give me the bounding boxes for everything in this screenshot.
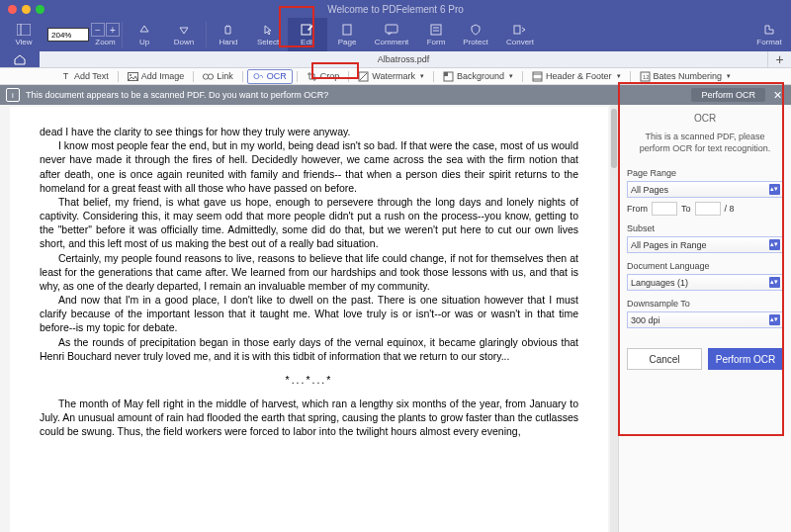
body-text: And now that I'm in a good place, I don'… xyxy=(40,293,578,335)
svg-point-10 xyxy=(130,74,132,76)
select-tool-button[interactable]: Select xyxy=(248,18,288,51)
svg-rect-18 xyxy=(533,72,542,81)
cursor-icon xyxy=(260,23,276,37)
header-footer-button[interactable]: Header & Footer▾ xyxy=(527,70,626,83)
watermark-button[interactable]: Watermark▾ xyxy=(353,70,429,83)
crop-button[interactable]: Crop xyxy=(302,70,345,83)
downsample-label: Downsample To xyxy=(627,299,783,309)
hand-tool-button[interactable]: Hand xyxy=(209,18,248,51)
pdf-page: dead I have the clarity to see things fo… xyxy=(10,107,608,532)
page-icon xyxy=(339,23,355,37)
ocr-banner-message: This document appears to be a scanned PD… xyxy=(26,90,328,100)
format-tool-button[interactable]: Format xyxy=(751,18,787,51)
text-icon: T xyxy=(60,71,71,82)
ocr-button[interactable]: OCR xyxy=(247,69,293,84)
bates-numbering-button[interactable]: 12Bates Numbering▾ xyxy=(635,70,737,83)
chevron-down-icon: ▴▾ xyxy=(770,315,778,322)
crop-icon xyxy=(307,71,317,82)
svg-rect-12 xyxy=(209,74,214,79)
from-page-input[interactable] xyxy=(652,202,677,216)
body-text: I know most people fear the end, but in … xyxy=(40,138,578,195)
convert-icon xyxy=(512,23,528,37)
total-pages: / 8 xyxy=(725,204,735,214)
perform-ocr-button[interactable]: Perform OCR xyxy=(708,348,783,370)
zoom-value[interactable]: 204% xyxy=(47,28,89,42)
hand-icon xyxy=(220,23,236,37)
home-tab-button[interactable] xyxy=(0,51,40,67)
document-viewport[interactable]: dead I have the clarity to see things fo… xyxy=(0,105,618,532)
body-text: As the rounds of precipitation began in … xyxy=(40,335,578,363)
vertical-scrollbar[interactable] xyxy=(610,105,618,532)
panel-hint: This is a scanned PDF, please perform OC… xyxy=(627,132,783,154)
page-tool-button[interactable]: Page xyxy=(327,18,367,51)
down-arrow-icon xyxy=(176,23,192,37)
background-button[interactable]: Background▾ xyxy=(438,70,518,83)
comment-tool-button[interactable]: Comment xyxy=(367,18,416,51)
view-button[interactable]: View xyxy=(4,18,44,51)
to-label: To xyxy=(681,204,691,214)
page-range-label: Page Range xyxy=(627,168,783,178)
from-label: From xyxy=(627,204,648,214)
page-up-button[interactable]: Up xyxy=(125,18,164,51)
info-icon: i xyxy=(6,88,20,102)
page-down-button[interactable]: Down xyxy=(164,18,204,51)
document-tab[interactable]: Albatross.pdf xyxy=(40,51,767,67)
svg-point-13 xyxy=(254,73,259,78)
shield-icon xyxy=(468,23,483,37)
svg-rect-0 xyxy=(17,24,31,36)
svg-line-15 xyxy=(360,73,367,80)
edit-tool-button[interactable]: Edit xyxy=(288,18,327,51)
zoom-in-button[interactable]: + xyxy=(106,23,120,37)
downsample-select[interactable]: 300 dpi▴▾ xyxy=(627,311,783,328)
body-text: That belief, my friend, is what gave us … xyxy=(40,195,578,251)
tab-strip: Albatross.pdf + xyxy=(0,51,791,68)
main-toolbar: View 204% − + Zoom Up Down Hand Select E… xyxy=(0,18,791,51)
ocr-side-panel: OCR This is a scanned PDF, please perfor… xyxy=(618,105,791,532)
subset-select[interactable]: All Pages in Range▴▾ xyxy=(627,236,783,253)
chevron-down-icon: ▾ xyxy=(617,72,621,80)
window-title: Welcome to PDFelement 6 Pro xyxy=(0,4,791,15)
cancel-button[interactable]: Cancel xyxy=(627,348,702,370)
header-footer-icon xyxy=(532,71,543,82)
edit-sub-toolbar: TAdd Text Add Image Link OCR Crop Waterm… xyxy=(0,68,791,85)
zoom-out-button[interactable]: − xyxy=(91,23,105,37)
link-button[interactable]: Link xyxy=(198,70,238,83)
language-label: Document Language xyxy=(627,261,783,271)
body-text: dead I have the clarity to see things fo… xyxy=(40,125,578,138)
page-range-select[interactable]: All Pages▴▾ xyxy=(627,181,783,198)
to-page-input[interactable] xyxy=(695,202,721,216)
ocr-notification-banner: i This document appears to be a scanned … xyxy=(0,85,791,105)
chevron-down-icon: ▴▾ xyxy=(770,278,778,285)
view-icon xyxy=(16,23,32,37)
svg-text:12: 12 xyxy=(643,74,650,80)
protect-tool-button[interactable]: Protect xyxy=(456,18,495,51)
svg-rect-5 xyxy=(431,25,441,35)
add-text-button[interactable]: TAdd Text xyxy=(55,70,114,83)
svg-rect-8 xyxy=(514,26,520,34)
scrollbar-thumb[interactable] xyxy=(611,109,617,168)
background-icon xyxy=(443,71,454,82)
up-arrow-icon xyxy=(136,23,152,37)
format-icon xyxy=(761,23,777,37)
language-select[interactable]: Languages (1)▴▾ xyxy=(627,274,783,291)
panel-title: OCR xyxy=(627,113,783,124)
perform-ocr-banner-button[interactable]: Perform OCR xyxy=(691,88,765,102)
new-tab-button[interactable]: + xyxy=(767,51,791,67)
svg-rect-17 xyxy=(444,72,448,76)
chevron-down-icon: ▾ xyxy=(509,72,513,80)
titlebar: Welcome to PDFelement 6 Pro xyxy=(0,0,791,18)
svg-rect-3 xyxy=(343,25,351,35)
form-icon xyxy=(428,23,444,37)
chevron-down-icon: ▴▾ xyxy=(770,185,778,192)
close-banner-button[interactable]: ✕ xyxy=(769,89,785,102)
body-text: Certainly, my people found reasons to li… xyxy=(40,251,578,294)
form-tool-button[interactable]: Form xyxy=(416,18,456,51)
zoom-control: 204% − + Zoom xyxy=(47,18,120,51)
subset-label: Subset xyxy=(627,223,783,233)
svg-rect-4 xyxy=(386,25,397,33)
svg-rect-11 xyxy=(204,74,209,79)
comment-icon xyxy=(384,23,399,37)
add-image-button[interactable]: Add Image xyxy=(123,70,190,83)
zoom-label: Zoom xyxy=(91,38,120,46)
convert-tool-button[interactable]: Convert xyxy=(495,18,545,51)
